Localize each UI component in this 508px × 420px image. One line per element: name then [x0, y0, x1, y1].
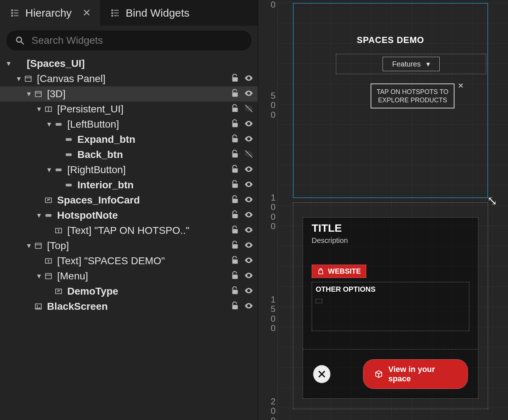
tree-row-persist[interactable]: ▼[Persistent_UI] — [0, 102, 258, 117]
detail-title: TITLE — [312, 222, 342, 234]
other-options-box[interactable]: OTHER OPTIONS — [312, 282, 469, 331]
bag-icon — [317, 268, 324, 275]
eye-icon[interactable] — [244, 89, 253, 99]
tree-row-demotype[interactable]: ▼DemoType — [0, 284, 258, 299]
lock-icon[interactable] — [230, 301, 240, 312]
expand-arrow-icon[interactable]: ▼ — [45, 166, 54, 174]
eye-icon[interactable] — [244, 119, 253, 130]
ruler-tick: 0 — [260, 0, 276, 9]
eye-icon[interactable] — [244, 73, 253, 84]
widget-icon — [43, 196, 54, 205]
close-icon — [317, 369, 327, 379]
lock-icon[interactable] — [230, 104, 240, 115]
tree-label: [3D] — [47, 88, 230, 100]
designer-canvas[interactable]: 0 500 1000 1500 2000 SPACES DEMO Feature… — [258, 0, 508, 420]
panel-icon — [33, 90, 43, 98]
eye-off-icon[interactable] — [244, 104, 253, 115]
expand-arrow-icon[interactable]: ▼ — [45, 121, 54, 128]
tab-label: Hierarchy — [25, 7, 72, 19]
lock-icon[interactable] — [230, 134, 240, 145]
eye-icon[interactable] — [244, 301, 253, 312]
widget-tree[interactable]: ▼[Spaces_UI]▼[Canvas Panel]▼[3D]▼[Persis… — [0, 55, 258, 420]
detail-description: Description — [312, 236, 348, 245]
features-dropdown[interactable]: Features ▾ — [383, 57, 440, 71]
cube-icon — [374, 369, 383, 379]
expand-arrow-icon[interactable]: ▼ — [4, 60, 13, 68]
button-icon — [64, 150, 74, 159]
infocard-inner: TITLE Description WEBSITE OTHER OPTIONS — [303, 217, 478, 399]
view-label: View in your space — [388, 365, 457, 383]
lock-icon[interactable] — [230, 286, 240, 297]
dropdown-label: Features — [392, 60, 421, 68]
tree-row-leftbtn[interactable]: ▼[LeftButton] — [0, 117, 258, 132]
close-button[interactable] — [313, 365, 330, 383]
eye-icon[interactable] — [244, 256, 253, 266]
tree-row-infocard[interactable]: ▼Spaces_InfoCard — [0, 193, 258, 208]
tree-row-blackscreen[interactable]: ▼BlackScreen — [0, 299, 258, 314]
tree-label: [Text] "TAP ON HOTSPO.." — [67, 225, 230, 236]
eye-icon[interactable] — [244, 164, 253, 175]
tree-row-expand[interactable]: ▼Expand_btn — [0, 132, 258, 147]
website-label: WEBSITE — [328, 267, 361, 275]
resize-handle-icon[interactable]: ⤡ — [487, 193, 497, 208]
close-icon[interactable]: ✕ — [82, 7, 91, 19]
tree-label: Spaces_InfoCard — [57, 194, 230, 206]
eye-icon[interactable] — [244, 240, 253, 251]
lock-icon[interactable] — [230, 256, 240, 266]
eye-icon[interactable] — [244, 286, 253, 297]
tree-row-menu[interactable]: ▼[Menu] — [0, 269, 258, 284]
tab-bind-widgets[interactable]: Bind Widgets — [100, 0, 199, 26]
infocard-frame[interactable]: ⤡ TITLE Description WEBSITE OTHER OPTION… — [293, 202, 488, 409]
lock-icon[interactable] — [230, 164, 240, 175]
expand-arrow-icon[interactable]: ▼ — [35, 106, 43, 113]
lock-icon[interactable] — [230, 210, 240, 221]
menu-container[interactable]: Features ▾ — [336, 54, 486, 74]
hotspot-note[interactable]: ✕ TAP ON HOTSPOTS TO EXPLORE PRODUCTS — [371, 83, 454, 108]
eye-icon[interactable] — [244, 195, 253, 206]
lock-icon[interactable] — [230, 195, 240, 206]
tab-label: Bind Widgets — [125, 7, 189, 19]
image-icon — [33, 302, 43, 311]
panel-icon — [33, 241, 43, 250]
eye-icon[interactable] — [244, 210, 253, 221]
tree-row-3d[interactable]: ▼[3D] — [0, 86, 258, 102]
tree-row-interior[interactable]: ▼Interior_btn — [0, 177, 258, 193]
tree-row-root[interactable]: ▼[Spaces_UI] — [0, 56, 258, 71]
text-icon — [54, 226, 64, 235]
ruler-tick: 1000 — [260, 193, 276, 231]
close-icon[interactable]: ✕ — [458, 81, 464, 90]
eye-icon[interactable] — [244, 180, 253, 190]
tree-row-canvas[interactable]: ▼[Canvas Panel] — [0, 71, 258, 86]
lock-icon[interactable] — [230, 271, 240, 282]
selected-3d-frame[interactable]: SPACES DEMO Features ▾ ✕ TAP ON HOTSPOTS… — [293, 3, 488, 198]
tree-label: [Top] — [47, 240, 230, 252]
lock-icon[interactable] — [230, 89, 240, 99]
button-icon — [43, 211, 54, 220]
lock-icon[interactable] — [230, 119, 240, 130]
lock-icon[interactable] — [230, 240, 240, 251]
tree-row-back[interactable]: ▼Back_btn — [0, 147, 258, 162]
search-box[interactable] — [7, 31, 251, 50]
lock-icon[interactable] — [230, 225, 240, 236]
tree-row-hotspotnote[interactable]: ▼HotspotNote — [0, 208, 258, 223]
eye-icon[interactable] — [244, 225, 253, 236]
search-input[interactable] — [31, 35, 243, 46]
tab-hierarchy[interactable]: Hierarchy ✕ — [0, 0, 100, 26]
tree-row-rightbtn[interactable]: ▼[RightButton] — [0, 162, 258, 177]
tree-row-top[interactable]: ▼[Top] — [0, 238, 258, 253]
expand-arrow-icon[interactable]: ▼ — [14, 75, 23, 83]
expand-arrow-icon[interactable]: ▼ — [25, 90, 33, 98]
expand-arrow-icon[interactable]: ▼ — [35, 212, 43, 219]
eye-icon[interactable] — [244, 271, 253, 282]
website-button[interactable]: WEBSITE — [312, 265, 366, 278]
expand-arrow-icon[interactable]: ▼ — [35, 273, 43, 280]
expand-arrow-icon[interactable]: ▼ — [25, 242, 33, 250]
tree-row-hotspottext[interactable]: ▼[Text] "TAP ON HOTSPO.." — [0, 223, 258, 238]
eye-icon[interactable] — [244, 134, 253, 145]
view-in-space-button[interactable]: View in your space — [363, 359, 468, 389]
tree-row-toptext[interactable]: ▼[Text] "SPACES DEMO" — [0, 253, 258, 269]
lock-icon[interactable] — [230, 180, 240, 190]
lock-icon[interactable] — [230, 73, 240, 84]
eye-off-icon[interactable] — [244, 149, 253, 160]
lock-icon[interactable] — [230, 149, 240, 160]
